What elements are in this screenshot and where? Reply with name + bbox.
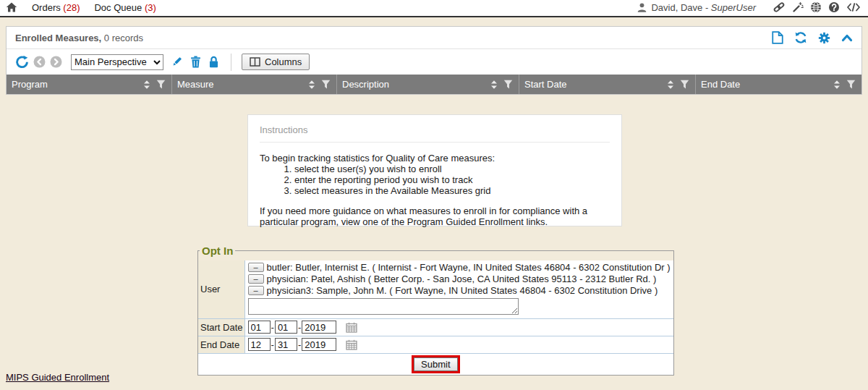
date-separator: -	[298, 322, 301, 333]
record-count: 0 records	[104, 33, 143, 43]
undo-icon[interactable]	[15, 55, 29, 69]
sort-icon[interactable]	[142, 80, 151, 90]
wand-icon[interactable]	[792, 1, 804, 13]
instructions-step: select measures in the Available Measure…	[294, 185, 610, 196]
end-date-day-input[interactable]	[275, 338, 297, 351]
grid-toolbar: Main Perspective Columns	[7, 49, 861, 75]
calendar-icon[interactable]	[346, 339, 357, 350]
column-header-description[interactable]: Description	[336, 75, 519, 94]
enrolled-measures-panel: Enrolled Measures, 0 records	[6, 26, 862, 95]
selected-user-text: physician: Patel, Ashish ( Better Corp. …	[267, 274, 657, 284]
filter-funnel-icon[interactable]	[680, 80, 689, 89]
user-role: SuperUser	[711, 2, 756, 13]
edit-pencil-icon[interactable]	[171, 56, 183, 68]
gear-icon[interactable]	[818, 32, 830, 44]
sort-icon[interactable]	[666, 80, 675, 90]
instructions-steps: select the user(s) you wish to enroll en…	[260, 164, 610, 196]
selected-user-row: – physician: Patel, Ashish ( Better Corp…	[248, 273, 671, 284]
new-document-icon[interactable]	[772, 31, 783, 44]
sort-icon[interactable]	[490, 80, 498, 90]
instructions-intro: To begin tracking statistics for Quality…	[260, 153, 610, 164]
nav-doc-queue[interactable]: Doc Queue (3)	[94, 2, 156, 13]
date-separator: -	[271, 322, 274, 333]
current-user[interactable]: David, Dave - SuperUser	[637, 2, 756, 13]
column-header-measure[interactable]: Measure	[171, 75, 336, 94]
start-date-label: Start Date	[198, 319, 244, 336]
columns-button-label: Columns	[265, 56, 302, 67]
user-icon	[637, 2, 647, 13]
instructions-note: If you need more guidance on what measur…	[260, 205, 607, 227]
orders-count-badge: (28)	[63, 2, 80, 13]
panel-title: Enrolled Measures, 0 records	[15, 33, 143, 43]
help-icon[interactable]	[828, 1, 840, 13]
panel-header: Enrolled Measures, 0 records	[7, 27, 861, 49]
columns-button[interactable]: Columns	[242, 54, 310, 70]
remove-user-button[interactable]: –	[248, 274, 264, 284]
end-date-year-input[interactable]	[302, 338, 336, 351]
calendar-icon[interactable]	[346, 322, 357, 333]
filter-funnel-icon[interactable]	[156, 80, 166, 89]
home-icon[interactable]	[6, 1, 17, 13]
selected-user-row: – physician3: Sample, John M. ( Fort Way…	[248, 284, 671, 296]
back-icon[interactable]	[33, 56, 46, 68]
forward-icon[interactable]	[50, 56, 62, 68]
columns-icon	[250, 57, 260, 67]
filter-funnel-icon[interactable]	[321, 80, 331, 89]
start-date-month-input[interactable]	[248, 321, 271, 334]
submit-button[interactable]: Submit	[414, 357, 457, 371]
selected-user-text: butler: Butler, Internist E. ( Internist…	[267, 262, 671, 273]
sort-icon[interactable]	[833, 80, 841, 90]
sort-icon[interactable]	[307, 80, 316, 90]
start-date-year-input[interactable]	[302, 321, 336, 334]
panel-title-text: Enrolled Measures,	[15, 33, 101, 43]
instructions-title: Instructions	[260, 124, 610, 143]
globe-icon[interactable]	[810, 1, 822, 13]
user-search-input[interactable]	[248, 298, 519, 315]
selected-user-row: – butler: Butler, Internist E. ( Interni…	[248, 261, 671, 273]
column-label: Description	[342, 79, 389, 90]
column-header-program[interactable]: Program	[7, 75, 171, 94]
remove-user-button[interactable]: –	[248, 263, 264, 272]
start-date-day-input[interactable]	[275, 321, 297, 334]
column-label: Measure	[177, 79, 214, 90]
nav-doc-queue-label: Doc Queue	[94, 2, 142, 13]
collapse-icon[interactable]	[841, 33, 853, 43]
nav-orders-label: Orders	[32, 2, 61, 13]
filter-funnel-icon[interactable]	[846, 80, 856, 89]
delete-trash-icon[interactable]	[190, 56, 201, 68]
filter-funnel-icon[interactable]	[503, 80, 513, 89]
nav-orders[interactable]: Orders (28)	[32, 2, 80, 13]
submit-highlight-box: Submit	[412, 355, 459, 373]
user-label: User	[198, 260, 244, 319]
perspective-select[interactable]: Main Perspective	[71, 54, 163, 70]
selected-user-text: physician3: Sample, John M. ( Fort Wayne…	[267, 285, 658, 296]
mips-guided-enrollment-link[interactable]: MIPS Guided Enrollment	[6, 372, 109, 383]
refresh-icon[interactable]	[794, 31, 807, 44]
top-navigation-bar: Orders (28) Doc Queue (3) David, Dave - …	[0, 0, 868, 17]
column-label: Start Date	[524, 79, 567, 90]
column-header-end-date[interactable]: End Date	[695, 75, 861, 94]
user-name: David, Dave -	[651, 2, 710, 13]
link-icon[interactable]	[773, 1, 786, 13]
remove-user-button[interactable]: –	[248, 286, 264, 295]
column-label: Program	[12, 79, 48, 90]
end-date-label: End Date	[198, 336, 244, 354]
end-date-month-input[interactable]	[248, 338, 271, 351]
grid-header-row: Program Measure Description Start Date	[7, 75, 861, 94]
instructions-step: select the user(s) you wish to enroll	[294, 164, 610, 174]
instructions-step: enter the reporting period you wish to t…	[294, 174, 610, 185]
date-separator: -	[271, 339, 274, 350]
doc-queue-count-badge: (3)	[145, 2, 156, 13]
opt-in-legend: Opt In	[200, 245, 235, 257]
column-label: End Date	[701, 79, 740, 90]
column-header-start-date[interactable]: Start Date	[519, 75, 695, 94]
date-separator: -	[298, 339, 301, 350]
code-icon[interactable]	[846, 2, 861, 12]
toolbar-divider	[231, 54, 231, 71]
lock-icon[interactable]	[208, 56, 219, 68]
opt-in-section: Opt In User – butler: Butler, Internist …	[197, 245, 673, 376]
instructions-box: Instructions To begin tracking statistic…	[247, 114, 622, 226]
